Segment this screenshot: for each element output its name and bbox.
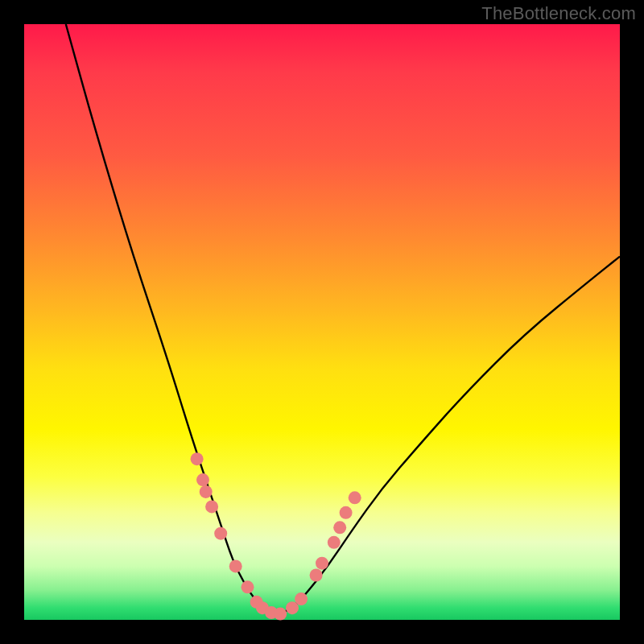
highlight-dot	[191, 452, 204, 465]
dots-layer	[191, 452, 361, 620]
highlight-dot	[295, 592, 308, 605]
highlight-dot	[229, 559, 242, 572]
highlight-dot	[349, 491, 361, 504]
plot-area	[24, 24, 620, 620]
highlight-dot	[310, 569, 323, 582]
highlight-dot	[340, 506, 353, 519]
chart-svg	[24, 24, 620, 620]
highlight-dot	[196, 473, 209, 486]
highlight-dot	[274, 608, 287, 621]
highlight-dot	[328, 536, 341, 549]
highlight-dot	[205, 500, 218, 513]
watermark-text: TheBottleneck.com	[481, 3, 636, 24]
highlight-dot	[333, 521, 346, 534]
highlight-dot	[316, 557, 328, 570]
highlight-dot	[214, 527, 227, 540]
highlight-dot	[242, 580, 254, 593]
highlight-dot	[200, 485, 213, 498]
chart-frame: TheBottleneck.com	[0, 0, 644, 644]
